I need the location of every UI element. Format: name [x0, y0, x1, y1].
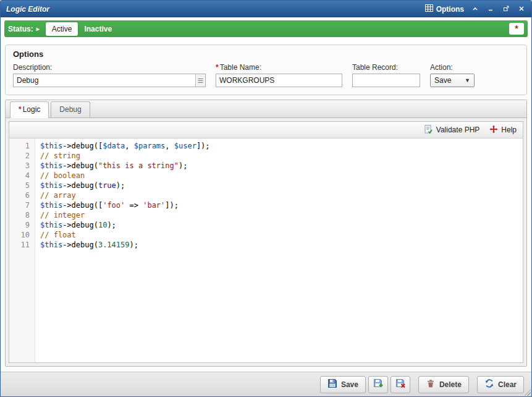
line-number-gutter: 1234567891011: [9, 139, 35, 362]
table-record-label: Table Record:: [352, 63, 420, 72]
delete-button[interactable]: Delete: [418, 376, 469, 393]
document-check-icon: [423, 124, 433, 136]
tab-strip: *Logic Debug: [6, 100, 526, 118]
minimize-button[interactable]: [486, 5, 495, 14]
save-and-new-button[interactable]: [368, 376, 388, 393]
close-button[interactable]: [517, 5, 526, 14]
titlebar: Logic Editor Options: [1, 1, 531, 17]
help-button[interactable]: Help: [489, 125, 517, 135]
status-arrow-icon: ▸: [36, 26, 40, 32]
save-and-close-button[interactable]: [391, 376, 410, 393]
status-active-button[interactable]: Active: [46, 22, 78, 36]
code-content: $this->debug([$data, $params, $user]);//…: [35, 139, 210, 362]
clear-button-label: Clear: [498, 380, 517, 389]
required-asterisk: *: [19, 105, 22, 114]
close-icon: [518, 4, 525, 15]
editor-toolbar: Validate PHP Help: [9, 122, 523, 139]
table-name-input[interactable]: [216, 74, 342, 87]
options-panel: Options Description: *Table Name: Table: [5, 45, 527, 95]
minus-icon: [487, 4, 494, 15]
options-menu-label: Options: [436, 5, 464, 14]
status-bar: Status: ▸ Active Inactive *: [4, 20, 528, 37]
text-lines-icon: [198, 75, 203, 86]
description-input-wrap: [13, 74, 206, 87]
clear-button[interactable]: Clear: [477, 376, 524, 393]
floppy-plus-icon: [373, 378, 383, 390]
tab-body: Validate PHP Help 1234567891011 $this->d…: [6, 118, 526, 366]
required-asterisk: *: [216, 63, 219, 72]
code-editor[interactable]: 1234567891011 $this->debug([$data, $para…: [9, 139, 523, 362]
table-name-label: *Table Name:: [216, 63, 342, 72]
popout-button[interactable]: [502, 5, 510, 14]
table-record-input[interactable]: [352, 74, 420, 87]
save-button[interactable]: Save: [320, 376, 366, 393]
options-panel-title: Options: [13, 49, 519, 59]
field-description: Description:: [13, 63, 206, 87]
tab-debug[interactable]: Debug: [51, 101, 90, 117]
help-label: Help: [501, 126, 517, 134]
window-title: Logic Editor: [6, 5, 49, 14]
status-label: Status: ▸: [8, 25, 40, 33]
description-editor-trigger[interactable]: [195, 74, 205, 87]
footer-toolbar: Save Delete Clear: [1, 372, 531, 396]
logic-editor-window: Logic Editor Options Statu: [0, 0, 532, 397]
required-indicator-button[interactable]: *: [509, 23, 524, 35]
editor-frame: Validate PHP Help 1234567891011 $this->d…: [9, 121, 523, 363]
tab-logic[interactable]: *Logic: [10, 101, 49, 118]
red-cross-arrows-icon: [489, 125, 498, 135]
action-select[interactable]: Save ▼: [430, 74, 475, 87]
options-menu-button[interactable]: Options: [425, 4, 464, 14]
collapse-button[interactable]: [471, 5, 479, 14]
popout-icon: [502, 4, 510, 15]
refresh-arrows-icon: [484, 378, 494, 390]
tab-logic-label: Logic: [23, 105, 41, 114]
tab-debug-label: Debug: [59, 105, 81, 114]
floppy-disk-icon: [327, 378, 337, 390]
chevron-up-icon: [471, 4, 479, 15]
field-table-record: Table Record:: [352, 63, 420, 87]
validate-php-label: Validate PHP: [436, 126, 479, 134]
validate-php-button[interactable]: Validate PHP: [423, 124, 479, 136]
fields-row: Description: *Table Name: Table Record:: [13, 63, 519, 87]
chevron-down-icon: ▼: [465, 77, 470, 83]
action-select-value: Save: [434, 76, 451, 85]
grid-icon: [425, 4, 433, 14]
floppy-remove-icon: [395, 378, 405, 390]
save-button-label: Save: [341, 380, 358, 389]
delete-button-label: Delete: [439, 380, 462, 389]
field-table-name: *Table Name:: [216, 63, 342, 87]
trash-icon: [426, 378, 436, 390]
status-inactive-button[interactable]: Inactive: [78, 22, 118, 36]
logic-tab-panel: *Logic Debug Validate PHP: [5, 100, 527, 367]
titlebar-controls: Options: [425, 4, 526, 14]
description-input[interactable]: [13, 74, 206, 87]
description-label: Description:: [13, 63, 206, 72]
action-label: Action:: [430, 63, 475, 72]
field-action: Action: Save ▼: [430, 63, 475, 87]
